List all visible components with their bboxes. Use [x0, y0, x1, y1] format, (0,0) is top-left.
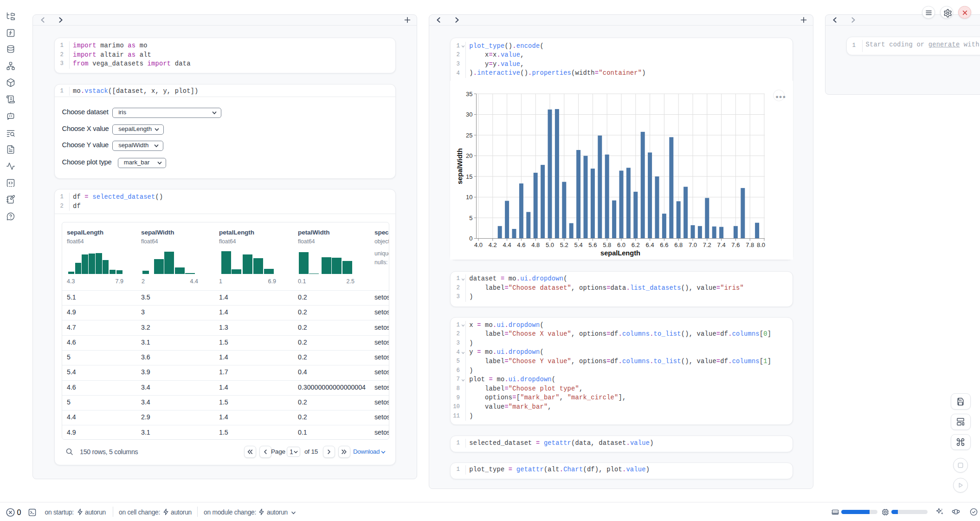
svg-text:4.2: 4.2 [489, 241, 497, 248]
svg-text:15: 15 [466, 173, 472, 180]
svg-text:7.2: 7.2 [703, 241, 711, 248]
svg-text:6.6: 6.6 [660, 241, 668, 248]
svg-text:10: 10 [466, 194, 472, 201]
svg-text:6.8: 6.8 [674, 241, 683, 248]
svg-text:5.4: 5.4 [574, 241, 583, 248]
svg-text:8.0: 8.0 [757, 241, 765, 248]
svg-text:sepalWidth: sepalWidth [456, 148, 464, 184]
svg-text:6.2: 6.2 [632, 241, 640, 248]
svg-text:4.6: 4.6 [517, 241, 525, 248]
svg-text:5.6: 5.6 [588, 241, 597, 248]
svg-text:4.8: 4.8 [531, 241, 540, 248]
svg-text:20: 20 [466, 152, 472, 159]
svg-text:7.4: 7.4 [717, 241, 726, 248]
svg-text:5.0: 5.0 [546, 241, 554, 248]
svg-text:7.0: 7.0 [689, 241, 697, 248]
svg-text:6.0: 6.0 [617, 241, 625, 248]
svg-text:35: 35 [466, 91, 472, 98]
svg-text:5.2: 5.2 [560, 241, 568, 248]
svg-text:5.8: 5.8 [603, 241, 611, 248]
svg-text:4.0: 4.0 [474, 241, 483, 248]
svg-text:7.8: 7.8 [746, 241, 754, 248]
svg-text:25: 25 [466, 132, 472, 139]
svg-text:30: 30 [466, 111, 472, 118]
svg-text:4.4: 4.4 [503, 241, 511, 248]
svg-text:sepalLength: sepalLength [600, 249, 640, 257]
svg-text:5: 5 [469, 215, 472, 221]
svg-text:6.4: 6.4 [646, 241, 654, 248]
svg-text:0: 0 [469, 235, 472, 242]
svg-text:7.6: 7.6 [731, 241, 740, 248]
